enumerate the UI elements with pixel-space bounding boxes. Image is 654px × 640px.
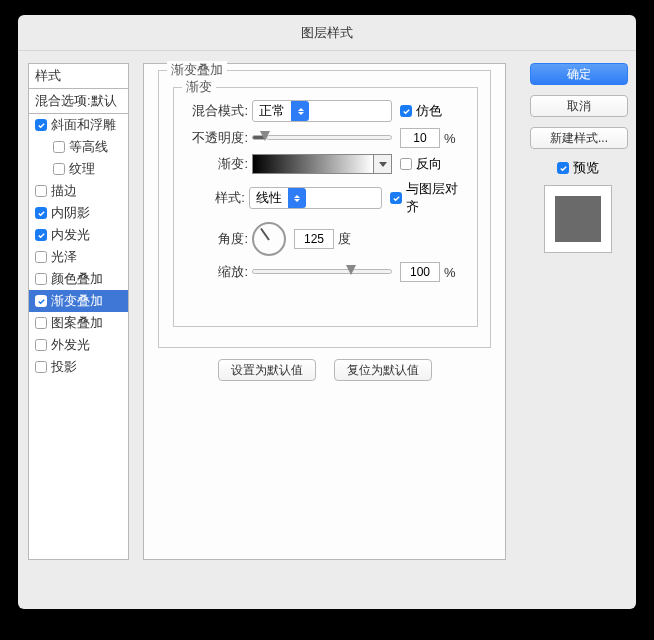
- sidebar-item-label: 内发光: [51, 226, 90, 244]
- check-icon: [400, 105, 412, 117]
- check-icon: [35, 229, 47, 241]
- cancel-button[interactable]: 取消: [530, 95, 628, 117]
- sidebar-item-label: 投影: [51, 358, 77, 376]
- sidebar-item-label: 图案叠加: [51, 314, 103, 332]
- right-column: 确定 取消 新建样式... 预览: [530, 63, 626, 253]
- preview-swatch: [544, 185, 612, 253]
- sidebar-item-5[interactable]: 内发光: [29, 224, 128, 246]
- ok-button[interactable]: 确定: [530, 63, 628, 85]
- sidebar-item-label: 渐变叠加: [51, 292, 103, 310]
- check-icon: [35, 273, 47, 285]
- check-icon: [35, 361, 47, 373]
- check-icon: [35, 185, 47, 197]
- sidebar-item-label: 纹理: [69, 160, 95, 178]
- sidebar-item-label: 内阴影: [51, 204, 90, 222]
- scale-unit: %: [444, 265, 456, 280]
- sidebar-item-label: 光泽: [51, 248, 77, 266]
- preview-label: 预览: [573, 159, 599, 177]
- sidebar-item-9[interactable]: 图案叠加: [29, 312, 128, 334]
- new-style-button[interactable]: 新建样式...: [530, 127, 628, 149]
- check-icon: [35, 339, 47, 351]
- scale-input[interactable]: [400, 262, 440, 282]
- sidebar-item-label: 外发光: [51, 336, 90, 354]
- scale-label: 缩放:: [184, 263, 252, 281]
- sidebar-item-label: 描边: [51, 182, 77, 200]
- reverse-label: 反向: [416, 155, 442, 173]
- angle-label: 角度:: [184, 230, 252, 248]
- preview-checkbox[interactable]: 预览: [530, 159, 626, 177]
- check-icon: [35, 119, 47, 131]
- sidebar-item-2[interactable]: 纹理: [29, 158, 128, 180]
- group-title-gradient-overlay: 渐变叠加: [167, 61, 227, 79]
- chevron-updown-icon: [288, 188, 306, 208]
- sidebar-item-label: 斜面和浮雕: [51, 116, 116, 134]
- align-checkbox[interactable]: 与图层对齐: [390, 180, 467, 216]
- angle-unit: 度: [338, 230, 351, 248]
- group-title-gradient: 渐变: [182, 78, 216, 96]
- dialog-title: 图层样式: [18, 15, 636, 51]
- opacity-slider[interactable]: [252, 129, 392, 147]
- settings-panel: 渐变叠加 渐变 混合模式: 正常 仿色 不透明度:: [143, 63, 506, 560]
- sidebar-item-8[interactable]: 渐变叠加: [29, 290, 128, 312]
- check-icon: [400, 158, 412, 170]
- style-label: 样式:: [184, 189, 249, 207]
- chevron-down-icon: [373, 155, 391, 173]
- sidebar-header-styles[interactable]: 样式: [29, 64, 128, 89]
- angle-input[interactable]: [294, 229, 334, 249]
- blend-mode-select[interactable]: 正常: [252, 100, 392, 122]
- sidebar-item-11[interactable]: 投影: [29, 356, 128, 378]
- check-icon: [35, 295, 47, 307]
- sidebar-item-1[interactable]: 等高线: [29, 136, 128, 158]
- dither-checkbox[interactable]: 仿色: [400, 102, 442, 120]
- check-icon: [35, 317, 47, 329]
- style-select[interactable]: 线性: [249, 187, 382, 209]
- angle-dial[interactable]: [252, 222, 286, 256]
- check-icon: [557, 162, 569, 174]
- reverse-checkbox[interactable]: 反向: [400, 155, 442, 173]
- sidebar-header-blend[interactable]: 混合选项:默认: [29, 89, 128, 114]
- sidebar-item-10[interactable]: 外发光: [29, 334, 128, 356]
- check-icon: [53, 163, 65, 175]
- sidebar-item-label: 颜色叠加: [51, 270, 103, 288]
- check-icon: [390, 192, 402, 204]
- set-default-button[interactable]: 设置为默认值: [218, 359, 316, 381]
- sidebar-item-label: 等高线: [69, 138, 108, 156]
- sidebar-item-3[interactable]: 描边: [29, 180, 128, 202]
- gradient-picker[interactable]: [252, 154, 392, 174]
- styles-sidebar: 样式 混合选项:默认 斜面和浮雕等高线纹理描边内阴影内发光光泽颜色叠加渐变叠加图…: [28, 63, 129, 560]
- opacity-input[interactable]: [400, 128, 440, 148]
- opacity-label: 不透明度:: [184, 129, 252, 147]
- check-icon: [35, 207, 47, 219]
- gradient-label: 渐变:: [184, 155, 252, 173]
- sidebar-item-0[interactable]: 斜面和浮雕: [29, 114, 128, 136]
- opacity-unit: %: [444, 131, 456, 146]
- chevron-updown-icon: [291, 101, 309, 121]
- align-label: 与图层对齐: [406, 180, 467, 216]
- sidebar-item-6[interactable]: 光泽: [29, 246, 128, 268]
- blend-mode-label: 混合模式:: [184, 102, 252, 120]
- reset-default-button[interactable]: 复位为默认值: [334, 359, 432, 381]
- sidebar-item-4[interactable]: 内阴影: [29, 202, 128, 224]
- sidebar-item-7[interactable]: 颜色叠加: [29, 268, 128, 290]
- dither-label: 仿色: [416, 102, 442, 120]
- check-icon: [35, 251, 47, 263]
- scale-slider[interactable]: [252, 263, 392, 281]
- check-icon: [53, 141, 65, 153]
